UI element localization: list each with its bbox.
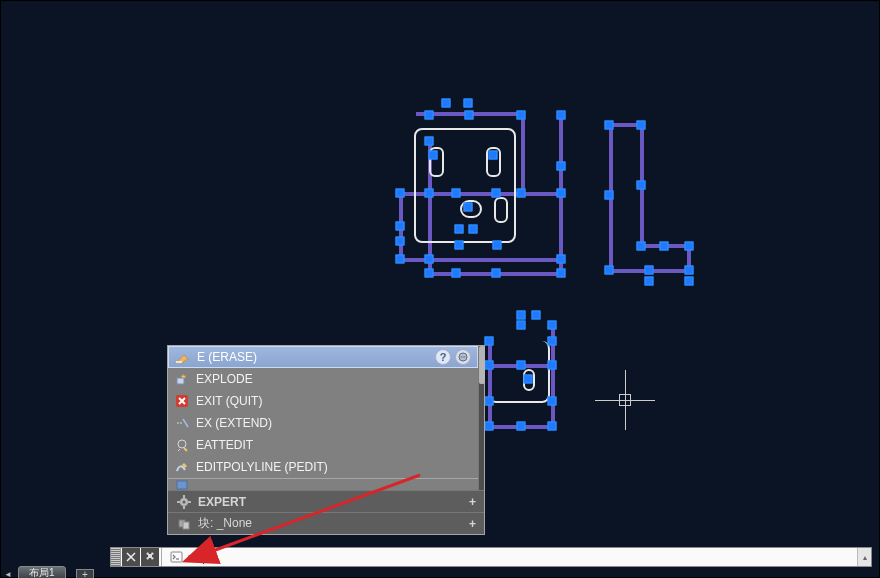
add-layout-button[interactable]: +: [76, 569, 94, 578]
ac-item-erase[interactable]: E (ERASE) ?: [168, 346, 478, 368]
ac-item-pedit[interactable]: EDITPOLYLINE (PEDIT): [168, 456, 478, 478]
ac-item-label: EDITPOLYLINE (PEDIT): [196, 460, 328, 474]
svg-rect-3: [177, 378, 184, 384]
command-autocomplete-popup[interactable]: E (ERASE) ? EXPLODE EXIT (QUIT): [167, 345, 485, 535]
expand-icon[interactable]: +: [469, 495, 476, 509]
svg-rect-1: [176, 361, 182, 363]
ac-item-label: EXPLODE: [196, 372, 253, 386]
help-icon[interactable]: ?: [435, 349, 451, 365]
outlet-shape-lower: [488, 341, 550, 403]
scrollbar[interactable]: [478, 346, 484, 490]
extend-icon: [174, 415, 190, 431]
svg-rect-8: [177, 481, 187, 489]
ac-block-label: 块: _None: [198, 515, 252, 532]
disk-icon: [174, 480, 190, 490]
ac-item-label: EXIT (QUIT): [196, 394, 262, 408]
svg-line-6: [183, 419, 188, 427]
scrollbar-thumb[interactable]: [479, 346, 485, 384]
layout-tab-label: 布局1: [29, 566, 55, 578]
svg-rect-16: [183, 522, 189, 529]
drag-handle[interactable]: [111, 548, 121, 566]
svg-rect-17: [171, 552, 182, 562]
ac-item-extend[interactable]: EX (EXTEND): [168, 412, 478, 434]
svg-point-10: [183, 500, 186, 503]
x-red-icon: [174, 393, 190, 409]
eraser-icon: [175, 349, 191, 365]
eattedit-icon: [174, 437, 190, 453]
svg-point-7: [178, 440, 186, 448]
ac-item-explode[interactable]: EXPLODE: [168, 368, 478, 390]
layout-tabstrip[interactable]: ◄ 布局1 +: [0, 569, 880, 578]
ac-item-exit[interactable]: EXIT (QUIT): [168, 390, 478, 412]
explode-icon: [174, 371, 190, 387]
ac-sysvar-label: EXPERT: [198, 495, 246, 509]
ac-item-label: E (ERASE): [197, 350, 257, 364]
command-bar[interactable]: ▾ E ▴: [110, 547, 872, 567]
gear-icon: [176, 494, 192, 510]
outlet-slot-br: [494, 197, 508, 223]
close-button[interactable]: [122, 548, 140, 566]
pedit-icon: [174, 459, 190, 475]
history-dropdown[interactable]: ▴: [857, 548, 871, 566]
ac-sysvar-expert[interactable]: EXPERT +: [168, 490, 484, 512]
globe-icon[interactable]: [455, 349, 471, 365]
block-icon: [176, 516, 192, 532]
expand-icon[interactable]: +: [469, 517, 476, 531]
ac-block-group[interactable]: 块: _None +: [168, 512, 484, 534]
ac-item-truncated[interactable]: [168, 478, 478, 490]
command-typed-text: E: [196, 550, 203, 564]
settings-button[interactable]: [141, 548, 159, 566]
tab-nav-left[interactable]: ◄: [4, 570, 12, 578]
layout-tab[interactable]: 布局1: [18, 566, 66, 578]
prompt-icon: [170, 550, 184, 564]
ac-item-eattedit[interactable]: EATTEDIT: [168, 434, 478, 456]
ac-item-label: EATTEDIT: [196, 438, 253, 452]
command-input[interactable]: ▾ E: [164, 548, 857, 566]
ac-item-label: EX (EXTEND): [196, 416, 272, 430]
